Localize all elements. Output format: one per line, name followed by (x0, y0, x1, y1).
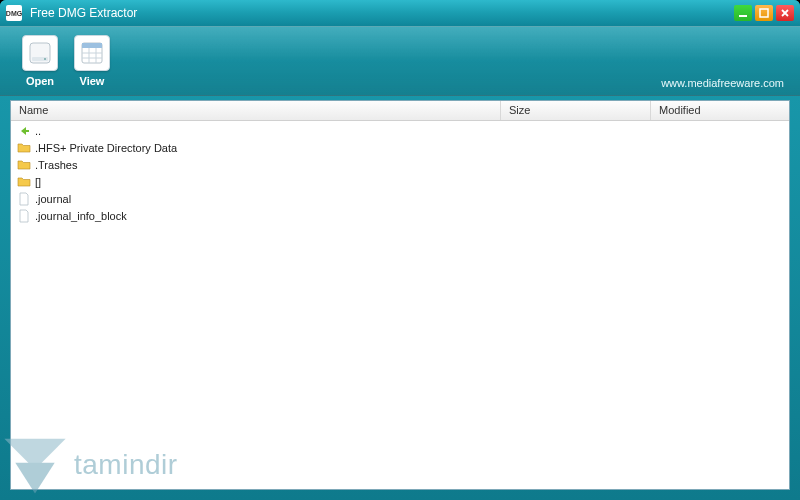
back-icon (17, 124, 31, 138)
folder-icon (17, 141, 31, 155)
titlebar[interactable]: DMG Free DMG Extractor (0, 0, 800, 26)
item-name: .HFS+ Private Directory Data (35, 142, 177, 154)
close-icon (780, 8, 790, 18)
view-button[interactable]: View (66, 31, 118, 91)
file-listview[interactable]: Name Size Modified ...HFS+ Private Direc… (10, 100, 790, 490)
item-name: .Trashes (35, 159, 77, 171)
item-name: .journal_info_block (35, 210, 127, 222)
list-item[interactable]: .. (11, 122, 789, 139)
window-controls (734, 5, 794, 21)
folder-icon (17, 175, 31, 189)
folder-icon (17, 158, 31, 172)
item-name: .. (35, 125, 41, 137)
column-size[interactable]: Size (501, 101, 651, 120)
listview-body: ...HFS+ Private Directory Data.Trashes[]… (11, 121, 789, 489)
content-area: Name Size Modified ...HFS+ Private Direc… (0, 96, 800, 500)
maximize-button[interactable] (755, 5, 773, 21)
item-name: .journal (35, 193, 71, 205)
list-item[interactable]: .HFS+ Private Directory Data (11, 139, 789, 156)
svg-rect-6 (82, 43, 102, 48)
file-icon (17, 192, 31, 206)
file-icon (17, 209, 31, 223)
svg-rect-1 (760, 9, 768, 17)
minimize-icon (738, 8, 748, 18)
minimize-button[interactable] (734, 5, 752, 21)
column-modified[interactable]: Modified (651, 101, 789, 120)
close-button[interactable] (776, 5, 794, 21)
item-name: [] (35, 176, 41, 188)
svg-rect-11 (25, 130, 29, 132)
toolbar: Open View www.mediafreeware.com (0, 26, 800, 96)
grid-icon (74, 35, 110, 71)
app-window: DMG Free DMG Extractor Open View (0, 0, 800, 500)
list-item[interactable]: [] (11, 173, 789, 190)
svg-point-4 (44, 58, 46, 60)
svg-rect-0 (739, 15, 747, 17)
disk-icon (22, 35, 58, 71)
view-label: View (80, 75, 105, 87)
list-item[interactable]: .Trashes (11, 156, 789, 173)
list-item[interactable]: .journal_info_block (11, 207, 789, 224)
app-icon: DMG (6, 5, 22, 21)
listview-header: Name Size Modified (11, 101, 789, 121)
maximize-icon (759, 8, 769, 18)
window-title: Free DMG Extractor (30, 6, 734, 20)
open-button[interactable]: Open (14, 31, 66, 91)
website-link[interactable]: www.mediafreeware.com (661, 77, 784, 89)
open-label: Open (26, 75, 54, 87)
list-item[interactable]: .journal (11, 190, 789, 207)
column-name[interactable]: Name (11, 101, 501, 120)
